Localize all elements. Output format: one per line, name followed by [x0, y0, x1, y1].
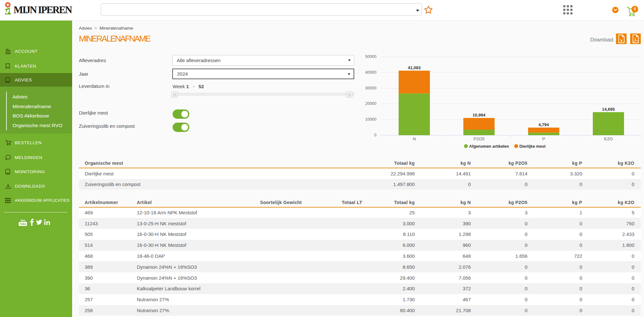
svg-text:K2O: K2O: [604, 136, 613, 141]
svg-text:Dierlijke mest: Dierlijke mest: [519, 144, 546, 149]
svg-text:4,794: 4,794: [538, 122, 549, 127]
svg-text:P: P: [542, 136, 545, 141]
svg-text:50000: 50000: [365, 54, 376, 59]
svg-text:P2O5: P2O5: [473, 136, 485, 141]
svg-text:x: x: [620, 38, 623, 43]
svg-text:41,083: 41,083: [408, 65, 421, 70]
svg-text:14,695: 14,695: [602, 107, 615, 112]
svg-text:20000: 20000: [365, 101, 376, 106]
svg-text:You: You: [20, 219, 25, 222]
svg-text:N: N: [413, 136, 416, 141]
svg-text:10000: 10000: [365, 117, 376, 122]
svg-text:Tube: Tube: [20, 222, 26, 226]
svg-text:10,994: 10,994: [473, 113, 486, 117]
svg-text:30000: 30000: [365, 86, 376, 90]
svg-text:40000: 40000: [365, 70, 376, 75]
svg-text:Afgenomen artikelen: Afgenomen artikelen: [469, 144, 509, 149]
svg-text:0: 0: [374, 133, 376, 137]
